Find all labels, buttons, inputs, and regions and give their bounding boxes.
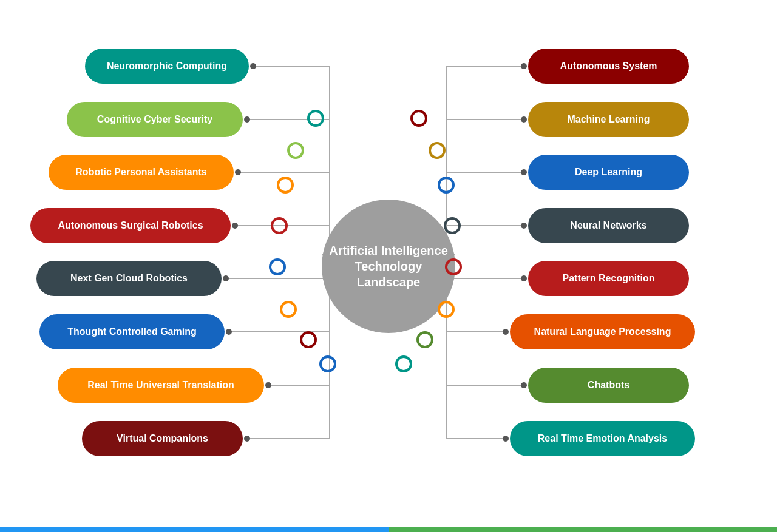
node-robotic_assist: Robotic Personal Assistants xyxy=(49,155,234,190)
node-neuromorphic: Neuromorphic Computing xyxy=(85,49,249,84)
node-nlp: Natural Language Processing xyxy=(510,314,695,349)
center-label: Artificial IntelligenceTechnologyLandsca… xyxy=(329,243,448,290)
dot-chatbots xyxy=(521,382,527,388)
dot-dl xyxy=(521,169,527,175)
node-virtual: Virtual Companions xyxy=(82,421,243,456)
node-ml: Machine Learning xyxy=(528,102,689,137)
node-chatbots: Chatbots xyxy=(528,368,689,403)
ring-1 xyxy=(287,142,304,159)
dot-virtual xyxy=(244,436,250,442)
node-autonomous: Autonomous System xyxy=(528,49,689,84)
dot-nn xyxy=(521,223,527,229)
dot-nlp xyxy=(503,329,509,335)
ring-10 xyxy=(438,177,455,194)
ring-5 xyxy=(280,301,297,318)
node-cognitive: Cognitive Cyber Security xyxy=(67,102,243,137)
dot-ml xyxy=(521,116,527,123)
dot-cognitive xyxy=(244,116,250,123)
node-cloud_robotics: Next Gen Cloud Robotics xyxy=(36,261,222,296)
dot-pattern xyxy=(521,275,527,281)
ring-4 xyxy=(269,258,286,275)
dot-neuromorphic xyxy=(250,63,256,69)
ring-8 xyxy=(410,110,427,127)
ring-2 xyxy=(277,177,294,194)
dot-cloud_robotics xyxy=(223,275,229,281)
ring-9 xyxy=(429,142,446,159)
ring-15 xyxy=(395,355,412,372)
node-pattern: Pattern Recognition xyxy=(528,261,689,296)
dot-autonomous xyxy=(521,63,527,69)
ring-12 xyxy=(445,258,462,275)
dot-robotic_assist xyxy=(235,169,241,175)
dot-surgical xyxy=(232,223,238,229)
ring-6 xyxy=(300,331,317,348)
node-surgical: Autonomous Surgical Robotics xyxy=(30,208,231,243)
node-dl: Deep Learning xyxy=(528,155,689,190)
dot-gaming xyxy=(226,329,232,335)
ring-13 xyxy=(438,301,455,318)
dot-emotion xyxy=(503,436,509,442)
node-gaming: Thought Controlled Gaming xyxy=(39,314,225,349)
node-nn: Neural Networks xyxy=(528,208,689,243)
ring-14 xyxy=(416,331,433,348)
dot-translation xyxy=(265,382,271,388)
ring-7 xyxy=(319,355,336,372)
ring-0 xyxy=(307,110,324,127)
ring-3 xyxy=(271,217,288,234)
ring-11 xyxy=(444,217,461,234)
node-emotion: Real Time Emotion Analysis xyxy=(510,421,695,456)
center-node: Artificial IntelligenceTechnologyLandsca… xyxy=(322,200,455,333)
node-translation: Real Time Universal Translation xyxy=(58,368,264,403)
